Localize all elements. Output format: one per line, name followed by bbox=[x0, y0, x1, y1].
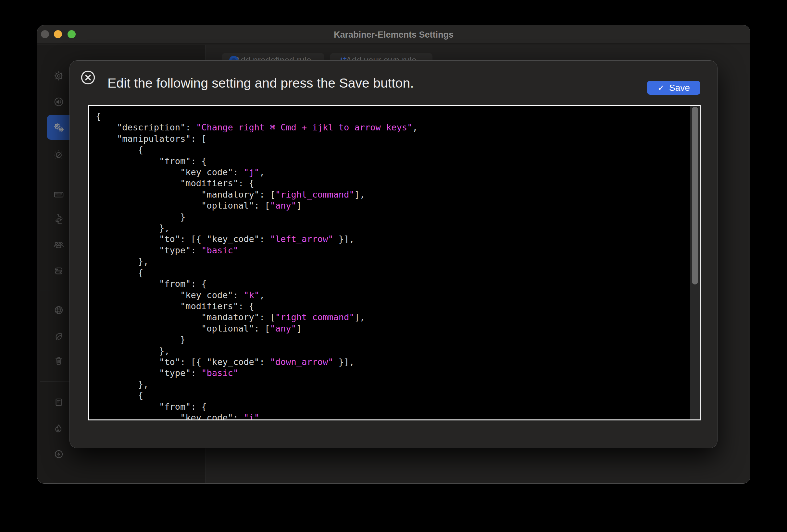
code-line: "description": "Change right ⌘ Cmd + ijk… bbox=[96, 122, 690, 133]
code-line: }, bbox=[96, 223, 690, 234]
code-line: "from": { bbox=[96, 401, 690, 412]
code-line: }, bbox=[96, 256, 690, 267]
code-line: "from": { bbox=[96, 156, 690, 167]
json-code-content: { "description": "Change right ⌘ Cmd + i… bbox=[89, 106, 690, 419]
titlebar: Karabiner-Elements Settings bbox=[37, 25, 750, 44]
code-line: "type": "basic" bbox=[96, 245, 690, 256]
gear-icon bbox=[52, 70, 65, 82]
code-line: "from": { bbox=[96, 278, 690, 289]
globe-icon bbox=[52, 304, 65, 316]
code-line: "mandatory": ["right_command"], bbox=[96, 312, 690, 323]
toggles-icon bbox=[52, 265, 65, 277]
code-line: "manipulators": [ bbox=[96, 133, 690, 145]
code-line: { bbox=[96, 111, 690, 122]
code-line: "key_code": "j", bbox=[96, 167, 690, 178]
code-line: { bbox=[96, 267, 690, 278]
save-button[interactable]: ✓ Save bbox=[647, 81, 700, 95]
code-line: { bbox=[96, 145, 690, 155]
scrollbar-track[interactable] bbox=[690, 106, 700, 419]
code-line: "type": "basic" bbox=[96, 368, 690, 379]
scrollbar-thumb[interactable] bbox=[692, 107, 698, 285]
trash-icon bbox=[52, 355, 65, 367]
code-line: "modifiers": { bbox=[96, 178, 690, 189]
code-line: "key_code": "i", bbox=[96, 412, 690, 419]
code-line: "key_code": "k", bbox=[96, 290, 690, 301]
edit-setting-dialog: Edit the following setting and press the… bbox=[69, 60, 718, 448]
dialog-title: Edit the following setting and press the… bbox=[107, 75, 414, 91]
code-line: "to": [{ "key_code": "left_arrow" }], bbox=[96, 234, 690, 245]
code-line: "to": [{ "key_code": "down_arrow" }], bbox=[96, 356, 690, 368]
close-dialog-button[interactable] bbox=[81, 70, 95, 85]
bolt-circle-icon bbox=[52, 448, 65, 460]
people-icon bbox=[52, 239, 65, 251]
keyboard-icon bbox=[52, 189, 65, 201]
code-line: "optional": ["any"] bbox=[96, 323, 690, 334]
window-title: Karabiner-Elements Settings bbox=[37, 25, 750, 44]
code-line: } bbox=[96, 212, 690, 223]
code-line: } bbox=[96, 334, 690, 345]
close-circle-icon bbox=[81, 70, 95, 85]
code-line: "modifiers": { bbox=[96, 301, 690, 312]
code-line: }, bbox=[96, 379, 690, 390]
code-line: "optional": ["any"] bbox=[96, 200, 690, 211]
code-line: }, bbox=[96, 346, 690, 356]
flame-icon bbox=[52, 422, 65, 435]
leaf-icon bbox=[52, 330, 65, 342]
save-button-label: Save bbox=[669, 83, 690, 93]
code-editor[interactable]: { "description": "Change right ⌘ Cmd + i… bbox=[88, 105, 701, 420]
code-line: "mandatory": ["right_command"], bbox=[96, 189, 690, 200]
speaker-icon bbox=[52, 96, 65, 108]
checkmark-icon: ✓ bbox=[657, 84, 665, 92]
brightness-dial-icon bbox=[52, 149, 65, 161]
code-line: { bbox=[96, 390, 690, 401]
document-icon bbox=[52, 396, 65, 408]
puzzle-piece-icon bbox=[52, 214, 65, 226]
gears-icon bbox=[52, 121, 65, 134]
